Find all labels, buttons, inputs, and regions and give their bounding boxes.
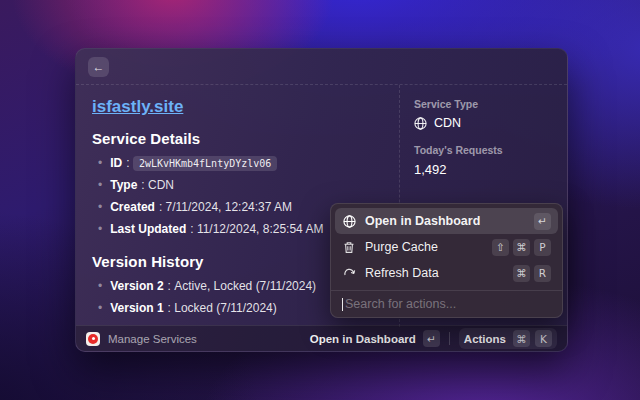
menu-item-label: Purge Cache (365, 240, 438, 254)
detail-label: Created (110, 200, 155, 214)
service-type-label: Service Type (414, 98, 553, 110)
globe-icon (414, 117, 427, 130)
fastly-app-icon (86, 332, 100, 346)
shortcut-keys: ⇧ ⌘ P (492, 239, 551, 256)
menu-item-purge-cache[interactable]: Purge Cache ⇧ ⌘ P (335, 234, 558, 260)
service-type-value-row: CDN (414, 116, 553, 130)
back-button[interactable]: ← (88, 57, 109, 77)
refresh-icon (342, 266, 356, 280)
detail-label: Type (110, 178, 137, 192)
actions-button[interactable]: Actions ⌘ K (459, 328, 557, 349)
list-item: Type: CDN (92, 174, 383, 196)
list-item: ID: 2wLKvHKmb4fLntyDYzlv06 (92, 152, 383, 174)
return-key-badge: ↵ (534, 213, 551, 230)
action-search-row (331, 290, 562, 317)
service-details-heading: Service Details (92, 130, 383, 147)
requests-label: Today's Requests (414, 144, 553, 156)
primary-action-label[interactable]: Open in Dashboard (310, 333, 416, 345)
p-key-badge: P (534, 239, 551, 256)
detail-value: 7/11/2024, 12:24:37 AM (166, 200, 293, 214)
menu-item-label: Refresh Data (365, 266, 439, 280)
trash-icon (342, 240, 356, 254)
menu-item-refresh-data[interactable]: Refresh Data ⌘ R (335, 260, 558, 286)
menu-item-label: Open in Dashboard (365, 214, 480, 228)
detail-value: 11/12/2024, 8:25:54 AM (197, 222, 324, 236)
command-key-badge: ⌘ (513, 265, 530, 282)
shortcut-keys: ⌘ R (513, 265, 551, 282)
command-key-badge: ⌘ (513, 239, 530, 256)
action-menu-list: Open in Dashboard ↵ Purge Cache ⇧ ⌘ P (331, 204, 562, 290)
version-value: Active, Locked (7/11/2024) (174, 279, 316, 293)
requests-value: 1,492 (414, 162, 553, 177)
k-key-badge: K (535, 330, 552, 347)
action-menu-popup: Open in Dashboard ↵ Purge Cache ⇧ ⌘ P (330, 203, 563, 318)
service-type-value: CDN (434, 116, 461, 130)
return-key-badge: ↵ (423, 330, 440, 347)
window-header: ← (76, 49, 567, 85)
version-label: Version 2 (110, 279, 163, 293)
status-bar: Manage Services Open in Dashboard ↵ Acti… (76, 325, 567, 351)
command-title: Manage Services (108, 333, 197, 345)
globe-icon (342, 214, 356, 228)
footer-divider (449, 332, 450, 345)
actions-label: Actions (464, 333, 506, 345)
menu-item-open-in-dashboard[interactable]: Open in Dashboard ↵ (335, 208, 558, 234)
detail-value: CDN (148, 178, 174, 192)
version-value: Locked (7/11/2024) (174, 301, 277, 315)
r-key-badge: R (534, 265, 551, 282)
action-search-input[interactable] (345, 297, 551, 311)
service-title-link[interactable]: isfastly.site (92, 97, 183, 117)
shift-key-badge: ⇧ (492, 239, 509, 256)
back-arrow-icon: ← (93, 60, 105, 74)
shortcut-keys: ↵ (534, 213, 551, 230)
version-label: Version 1 (110, 301, 163, 315)
footer-right: Open in Dashboard ↵ Actions ⌘ K (310, 328, 557, 349)
text-caret (342, 298, 343, 311)
detail-label: ID (110, 156, 122, 170)
detail-label: Last Updated (110, 222, 186, 236)
command-key-badge: ⌘ (513, 330, 530, 347)
service-id-badge: 2wLKvHKmb4fLntyDYzlv06 (133, 156, 277, 171)
